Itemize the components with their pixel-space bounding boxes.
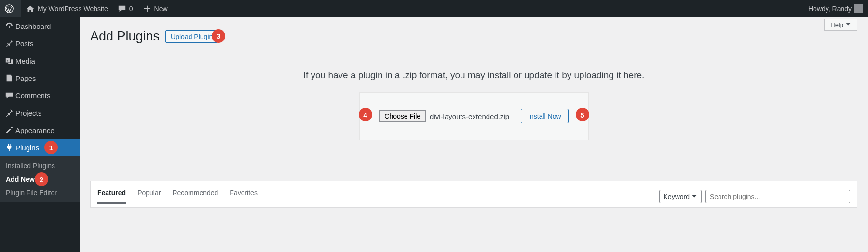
my-account-link[interactable]: Howdy, Randy [803,0,868,17]
annotation-badge-4: 4 [359,108,372,121]
comments-link[interactable]: 0 [113,0,138,17]
submenu-label: Plugin File Editor [6,189,57,197]
comment-icon [5,91,15,100]
menu-label: Pages [15,74,36,82]
site-name-link[interactable]: My WordPress Website [21,0,113,17]
search-plugins-input[interactable] [705,190,850,203]
admin-top-bar: My WordPress Website 0 New Howdy, Randy [0,0,868,17]
annotation-badge-1: 1 [44,141,58,154]
menu-plugins[interactable]: Plugins 1 [0,139,80,156]
pushpin-icon [5,108,15,117]
upload-hint-text: If you have a plugin in a .zip format, y… [90,70,857,80]
menu-label: Dashboard [15,22,51,30]
choose-file-button[interactable]: Choose File [379,110,426,122]
filter-tabs: Featured Popular Recommended Favorites [97,189,258,204]
wordpress-icon [5,4,14,13]
tab-featured[interactable]: Featured [97,189,126,204]
menu-label: Projects [15,109,41,117]
upload-plugin-button[interactable]: Upload Plugin [165,30,218,43]
help-label: Help [830,21,843,28]
submenu-installed-plugins[interactable]: Installed Plugins [0,159,80,172]
menu-comments[interactable]: Comments [0,87,80,104]
submenu-add-new[interactable]: Add New 2 [0,172,80,186]
chevron-down-icon [845,21,851,28]
menu-label: Appearance [15,126,54,134]
menu-label: Plugins [15,144,39,152]
appearance-icon [5,126,15,134]
admin-sidebar: Dashboard Posts Media Pages Comments [0,17,80,252]
comments-count: 0 [129,5,133,13]
submenu-plugin-file-editor[interactable]: Plugin File Editor [0,186,80,199]
search-type-label: Keyword [664,193,690,200]
plugins-submenu: Installed Plugins Add New 2 Plugin File … [0,156,80,202]
media-icon [5,56,15,65]
pushpin-icon [5,39,15,48]
menu-pages[interactable]: Pages [0,69,80,87]
plugins-icon [5,143,15,152]
plugin-filter-bar: Featured Popular Recommended Favorites K… [90,181,857,208]
submenu-label: Add New [6,175,35,183]
site-name: My WordPress Website [38,5,108,13]
main-content: Help Add Plugins Upload Plugin 3 If you … [80,17,868,252]
comment-icon [118,4,126,13]
dashboard-icon [5,22,15,30]
tab-recommended[interactable]: Recommended [172,189,218,204]
menu-label: Comments [15,92,51,100]
tab-popular[interactable]: Popular [137,189,161,204]
menu-media[interactable]: Media [0,52,80,69]
page-title: Add Plugins [90,29,160,44]
plugin-search-wrap: Keyword [659,190,850,203]
menu-dashboard[interactable]: Dashboard [0,17,80,35]
search-type-select[interactable]: Keyword [659,190,702,203]
menu-projects[interactable]: Projects [0,104,80,121]
menu-label: Posts [15,40,34,48]
menu-appearance[interactable]: Appearance [0,121,80,139]
upload-plugin-form: 4 Choose File divi-layouts-extended.zip … [359,92,589,140]
new-label: New [154,5,168,13]
submenu-label: Installed Plugins [6,162,55,170]
selected-filename: divi-layouts-extended.zip [430,112,509,120]
menu-posts[interactable]: Posts [0,35,80,52]
greeting: Howdy, Randy [808,5,852,13]
tab-favorites[interactable]: Favorites [230,189,258,204]
help-tab[interactable]: Help [824,19,857,31]
home-icon [26,4,35,13]
chevron-down-icon [692,193,697,200]
user-avatar [854,4,863,13]
wordpress-logo[interactable] [0,0,21,17]
annotation-badge-5: 5 [576,108,589,121]
page-title-row: Add Plugins Upload Plugin 3 [90,29,857,44]
install-now-button[interactable]: Install Now [521,109,568,123]
menu-label: Media [15,57,35,65]
annotation-badge-2: 2 [35,172,48,186]
new-content-link[interactable]: New [138,0,173,17]
pages-icon [5,74,15,82]
plus-icon [143,4,151,13]
